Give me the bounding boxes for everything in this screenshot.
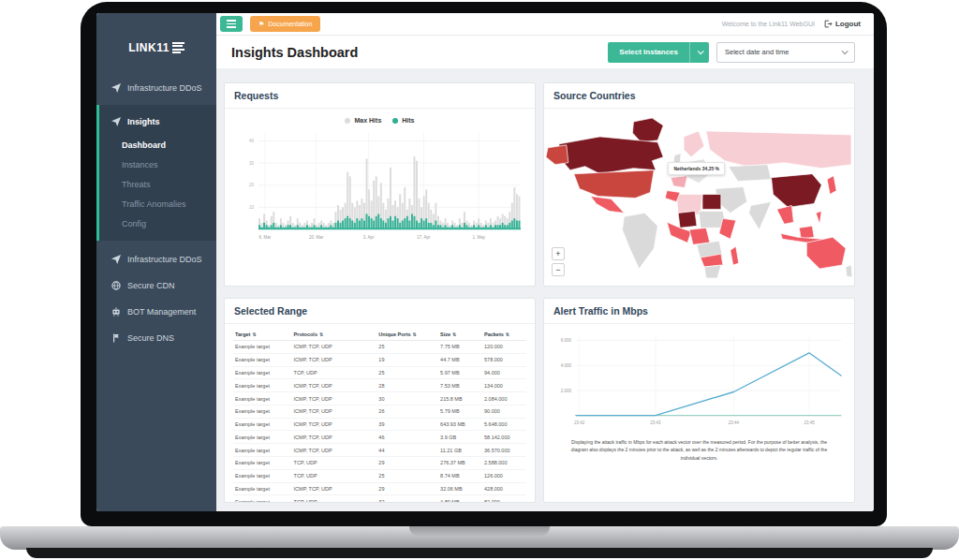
requests-bar-chart[interactable]: 102030406. Mar20. Mar3. Apr17. Apr1. May xyxy=(234,125,526,252)
table-cell: 58.142.000 xyxy=(482,431,526,444)
table-cell: 2.084.000 xyxy=(482,392,526,405)
select-instances-button[interactable]: Select Instances xyxy=(608,42,709,63)
alert-line-chart[interactable]: 2.0004.0006.00023:4223:4323:4423:45 xyxy=(551,330,848,435)
table-cell: 44.7 MB xyxy=(438,353,482,366)
table-cell: TCP, UDP xyxy=(292,469,377,482)
paper-plane-icon xyxy=(111,255,121,264)
sidebar-item-label: Secure DNS xyxy=(127,333,174,343)
sidebar-toggle-button[interactable] xyxy=(220,16,243,32)
panel-title: Requests xyxy=(225,83,535,109)
map-area: Netherlands 34,25 % + − xyxy=(544,109,854,286)
column-header-packets[interactable]: Packets⇅ xyxy=(482,328,526,341)
table-cell: 7.75 MB xyxy=(438,341,482,354)
page-title: Insights Dashboard xyxy=(231,45,358,60)
target-link[interactable]: Example target xyxy=(233,457,292,470)
logout-button[interactable]: Logout xyxy=(824,20,861,28)
table-cell: 36.570.000 xyxy=(482,444,526,457)
legend-item-max-hits[interactable]: Max Hits xyxy=(345,117,381,124)
table-cell: 7.53 MB xyxy=(438,379,482,392)
welcome-text: Welcome to the Link11 WebGUI xyxy=(722,21,815,27)
column-header-size[interactable]: Size⇅ xyxy=(438,328,482,341)
target-link[interactable]: Example target xyxy=(233,405,292,418)
svg-text:20. Mar: 20. Mar xyxy=(308,235,323,240)
sidebar-item-infrastructure-ddos[interactable]: Infrastructure DDoS xyxy=(96,246,216,273)
world-map[interactable] xyxy=(544,109,854,286)
target-link[interactable]: Example target xyxy=(233,418,292,431)
column-header-unique-ports[interactable]: Unique Ports⇅ xyxy=(376,328,438,341)
logo-flag-icon xyxy=(172,42,184,53)
sidebar-item-secure-cdn[interactable]: Secure CDN xyxy=(96,273,216,299)
sidebar-item-insights[interactable]: Insights xyxy=(99,109,216,135)
table-cell: 30 xyxy=(376,392,438,405)
target-link[interactable]: Example target xyxy=(233,495,292,502)
table-cell: 276.37 MB xyxy=(438,457,482,470)
svg-text:23:43: 23:43 xyxy=(650,420,661,425)
navbar-right: Welcome to the Link11 WebGUI Logout xyxy=(722,20,861,28)
flag-icon: ⚑ xyxy=(258,21,264,28)
table-cell: ICMP, TCP, UDP xyxy=(292,405,377,418)
column-header-protocols[interactable]: Protocols⇅ xyxy=(292,328,377,341)
table-cell: 5.648.000 xyxy=(482,418,526,431)
sidebar-subitem-config[interactable]: Config xyxy=(99,214,216,233)
table-row: Example targetICMP, TCP, UDP463.9 GB58.1… xyxy=(233,431,526,444)
selected-range-table: Target⇅Protocols⇅Unique Ports⇅Size⇅Packe… xyxy=(233,328,526,502)
sidebar-subitem-instances[interactable]: Instances xyxy=(99,155,216,174)
target-link[interactable]: Example target xyxy=(233,444,292,457)
robot-icon xyxy=(111,307,121,317)
documentation-button[interactable]: ⚑ Documentation xyxy=(250,16,320,32)
target-link[interactable]: Example target xyxy=(233,353,292,366)
svg-text:23:45: 23:45 xyxy=(804,420,815,425)
target-link[interactable]: Example target xyxy=(233,366,292,379)
sidebar-item-label: Insights xyxy=(127,117,160,126)
sidebar-subitem-traffic-anomalies[interactable]: Traffic Anomalies xyxy=(99,194,216,214)
table-cell: 29 xyxy=(376,457,438,470)
target-link[interactable]: Example target xyxy=(233,379,292,392)
svg-text:6.000: 6.000 xyxy=(560,338,571,343)
table-cell: 4.89 MB xyxy=(438,495,482,502)
panel-alert-traffic: Alert Traffic in Mbps 2.0004.0006.00023:… xyxy=(543,298,855,503)
svg-text:2.000: 2.000 xyxy=(560,389,571,393)
zoom-out-button[interactable]: − xyxy=(552,263,565,276)
panel-title: Source Countries xyxy=(544,83,854,109)
column-header-target[interactable]: Target⇅ xyxy=(233,328,292,341)
sidebar-item-bot-management[interactable]: BOT Management xyxy=(96,299,216,325)
svg-text:23:44: 23:44 xyxy=(728,420,739,425)
table-cell: ICMP, TCP, UDP xyxy=(292,482,377,495)
sidebar-subitem-dashboard[interactable]: Dashboard xyxy=(99,135,216,155)
svg-text:40: 40 xyxy=(248,139,254,143)
chevron-down-icon[interactable] xyxy=(689,42,709,63)
sort-icon: ⇅ xyxy=(413,332,417,337)
logo-text: LINK11 xyxy=(128,41,170,54)
table-cell: TCP, UDP xyxy=(292,457,377,470)
table-cell: ICMP, TCP, UDP xyxy=(292,392,377,405)
sidebar-item-label: Infrastructure DDoS xyxy=(127,83,202,93)
zoom-in-button[interactable]: + xyxy=(552,247,565,260)
table-cell: 29 xyxy=(376,482,438,495)
sidebar: LINK11 Infrastructure DDoS Insights Dash… xyxy=(96,13,216,511)
main-area: ⚑ Documentation Welcome to the Link11 We… xyxy=(216,13,874,511)
sidebar-item-infrastructure-ddos-top[interactable]: Infrastructure DDoS xyxy=(96,75,216,101)
alert-chart-area: 2.0004.0006.00023:4223:4323:4423:45 Disp… xyxy=(544,324,854,502)
date-time-select[interactable]: Select date and time xyxy=(716,42,855,63)
laptop-base xyxy=(0,526,959,550)
sidebar-item-label: Secure CDN xyxy=(127,281,175,290)
table-cell: 120.000 xyxy=(482,341,526,354)
target-link[interactable]: Example target xyxy=(233,341,292,354)
panel-title: Selected Range xyxy=(225,299,535,324)
legend-item-hits[interactable]: Hits xyxy=(392,117,414,124)
target-link[interactable]: Example target xyxy=(233,392,292,405)
table-cell: 578.000 xyxy=(482,353,526,366)
table-row: Example targetICMP, TCP, UDP257.75 MB120… xyxy=(233,341,526,354)
sidebar-item-secure-dns[interactable]: Secure DNS xyxy=(96,325,216,351)
target-link[interactable]: Example target xyxy=(233,431,292,444)
sidebar-subitem-threats[interactable]: Threats xyxy=(99,174,216,194)
table-cell: 94.000 xyxy=(482,366,526,379)
table-row: Example targetICMP, TCP, UDP30215.8 MB2.… xyxy=(233,392,526,405)
table-cell: 26 xyxy=(376,405,438,418)
target-link[interactable]: Example target xyxy=(233,469,292,482)
target-link[interactable]: Example target xyxy=(233,482,292,495)
sort-icon: ⇅ xyxy=(252,332,256,337)
table-cell: 5.79 MB xyxy=(438,405,482,418)
svg-text:23:42: 23:42 xyxy=(574,420,585,425)
table-cell: 215.8 MB xyxy=(438,392,482,405)
